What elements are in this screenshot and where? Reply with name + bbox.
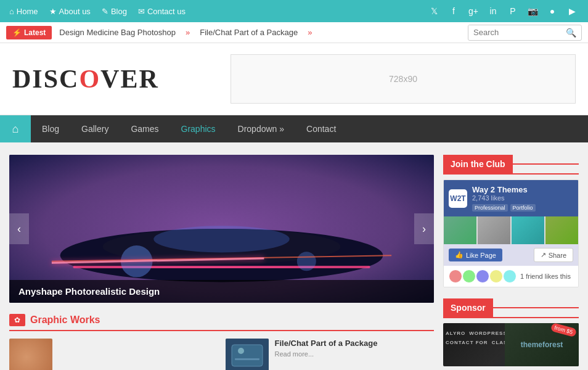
fb-logo: W2T bbox=[449, 189, 467, 208]
nav-contact[interactable]: Contact bbox=[295, 115, 347, 142]
fb-friends-text: 1 friend likes this bbox=[520, 273, 571, 280]
article-list: File/Chat Part of a Package Read more... bbox=[9, 339, 434, 370]
ticker-content: Design Medicine Bag Photoshop » File/Cha… bbox=[59, 28, 468, 37]
envelope-icon: ✉ bbox=[138, 7, 145, 16]
ticker-arrow-1: » bbox=[186, 28, 190, 37]
site-logo: DISCOVER bbox=[12, 64, 159, 94]
star-icon: ★ bbox=[49, 7, 57, 16]
svg-point-7 bbox=[297, 252, 316, 271]
sponsor-logo-1: ALYRO bbox=[446, 331, 465, 336]
linkedin-icon[interactable]: in bbox=[486, 4, 500, 18]
main-nav: ⌂ Blog Gallery Games Graphics Dropdown »… bbox=[0, 115, 588, 142]
top-bar: ⌂ Home ★ About us ✎ Blog ✉ Contact us 𝕏 … bbox=[0, 0, 588, 22]
friend-avatar-list bbox=[449, 269, 517, 283]
section-title-graphic-works: ✿ Graphic Works bbox=[9, 314, 434, 331]
search-button[interactable]: 🔍 bbox=[561, 25, 581, 40]
ad-banner: 728x90 bbox=[231, 54, 576, 104]
pencil-icon: ✎ bbox=[102, 7, 108, 16]
top-bar-nav: ⌂ Home ★ About us ✎ Blog ✉ Contact us bbox=[9, 7, 186, 16]
sidebar-join-title: Join the Club bbox=[443, 155, 513, 173]
slider-prev-button[interactable]: ‹ bbox=[9, 213, 29, 244]
nav-graphics[interactable]: Graphics bbox=[170, 115, 227, 142]
pinterest-icon[interactable]: P bbox=[506, 4, 520, 18]
friend-avatar-1 bbox=[449, 269, 462, 283]
fb-like-button[interactable]: 👍 Like Page bbox=[449, 249, 502, 261]
nav-blog[interactable]: Blog bbox=[31, 115, 70, 142]
article-thumb-chat: File/Chat Part of a Package Read more... bbox=[226, 339, 435, 370]
article-food-image bbox=[9, 339, 52, 370]
fb-grid-cell-1 bbox=[444, 216, 476, 244]
instagram-icon[interactable]: 📷 bbox=[526, 4, 539, 18]
fb-widget-box: W2T Way 2 Themes 2,743 likes Professiona… bbox=[443, 179, 579, 287]
nav-contact[interactable]: ✉ Contact us bbox=[138, 7, 186, 16]
sidebar-sponsor-title-wrap: Sponsor bbox=[443, 298, 579, 318]
ticker-label: ⚡ Latest bbox=[6, 26, 52, 39]
article-chat-content: File/Chat Part of a Package Read more... bbox=[275, 339, 378, 370]
nav-blog[interactable]: ✎ Blog bbox=[102, 7, 127, 16]
main-content: ‹ › Anyshape Photorealistic Design ✿ Gra… bbox=[0, 142, 588, 370]
friend-avatar-5 bbox=[503, 269, 517, 283]
dribbble-icon[interactable]: ● bbox=[545, 4, 559, 18]
fb-tag-portfolio: Portfolio bbox=[510, 204, 536, 212]
sponsor-logo-3: CONTACT FOR bbox=[446, 340, 488, 345]
fb-actions: 👍 Like Page ↗ Share bbox=[444, 244, 578, 266]
svg-rect-13 bbox=[235, 358, 259, 360]
social-icons: 𝕏 f g+ in P 📷 ● ▶ bbox=[427, 4, 579, 18]
ticker-item-1: Design Medicine Bag Photoshop bbox=[59, 28, 176, 37]
ticker-arrow-2: » bbox=[308, 28, 312, 37]
sidebar-join-club: Join the Club W2T Way 2 Themes 2,743 lik… bbox=[443, 155, 579, 287]
search-bar: 🔍 bbox=[468, 25, 582, 41]
fb-friends: 1 friend likes this bbox=[444, 266, 578, 287]
fb-like-icon: 👍 bbox=[455, 251, 463, 259]
fb-share-icon: ↗ bbox=[541, 251, 546, 259]
nav-home-button[interactable]: ⌂ bbox=[0, 115, 31, 142]
sidebar-join-title-wrap: Join the Club bbox=[443, 155, 579, 175]
facebook-widget: W2T Way 2 Themes 2,743 likes Professiona… bbox=[444, 180, 578, 287]
svg-point-12 bbox=[238, 348, 244, 354]
fb-page-name: Way 2 Themes bbox=[472, 185, 536, 194]
sponsor-brand-name: themeforest bbox=[521, 340, 563, 349]
slider-next-button[interactable]: › bbox=[414, 213, 434, 244]
article-title: File/Chat Part of a Package bbox=[275, 339, 378, 348]
youtube-icon[interactable]: ▶ bbox=[565, 4, 579, 18]
nav-gallery[interactable]: Gallery bbox=[70, 115, 120, 142]
ticker-bar: ⚡ Latest Design Medicine Bag Photoshop »… bbox=[0, 22, 588, 43]
fb-image-grid bbox=[444, 216, 578, 244]
content-left: ‹ › Anyshape Photorealistic Design ✿ Gra… bbox=[9, 155, 434, 370]
svg-rect-11 bbox=[232, 345, 263, 366]
googleplus-icon[interactable]: g+ bbox=[467, 4, 480, 18]
facebook-icon[interactable]: f bbox=[447, 4, 460, 18]
sidebar-sponsor: Sponsor ALYRO WORDPRESS CONTACT FOR CLAS… bbox=[443, 298, 579, 366]
article-excerpt: Read more... bbox=[275, 350, 378, 358]
friend-avatar-3 bbox=[476, 269, 489, 283]
search-input[interactable] bbox=[468, 25, 561, 39]
svg-rect-5 bbox=[73, 266, 370, 268]
sponsor-banner[interactable]: ALYRO WORDPRESS CONTACT FOR CLASS themef… bbox=[443, 323, 579, 366]
fb-share-button[interactable]: ↗ Share bbox=[534, 248, 573, 262]
hero-slider: ‹ › Anyshape Photorealistic Design bbox=[9, 155, 434, 303]
nav-dropdown[interactable]: Dropdown » bbox=[227, 115, 296, 142]
fb-grid-cell-3 bbox=[512, 216, 544, 244]
fb-tags: Professional Portfolio bbox=[472, 204, 536, 212]
home-icon: ⌂ bbox=[9, 7, 14, 16]
friend-avatar-4 bbox=[489, 269, 503, 283]
fb-tag-professional: Professional bbox=[472, 204, 508, 212]
fb-grid-cell-4 bbox=[545, 216, 578, 244]
fb-grid-cell-2 bbox=[478, 216, 510, 244]
ticker-item-2: File/Chat Part of a Package bbox=[200, 28, 298, 37]
friend-avatar-2 bbox=[462, 269, 476, 283]
hero-caption: Anyshape Photorealistic Design bbox=[9, 280, 434, 303]
site-header: DISCOVER 728x90 bbox=[0, 43, 588, 115]
section-heading: Graphic Works bbox=[30, 314, 100, 326]
article-chat-image bbox=[226, 339, 269, 370]
nav-home[interactable]: ⌂ Home bbox=[9, 7, 38, 16]
sidebar: Join the Club W2T Way 2 Themes 2,743 lik… bbox=[443, 155, 579, 370]
nav-about[interactable]: ★ About us bbox=[49, 7, 91, 16]
article-thumb-food bbox=[9, 339, 218, 370]
sponsor-logo-2: WORDPRESS bbox=[469, 331, 507, 336]
home-nav-icon: ⌂ bbox=[12, 123, 19, 136]
nav-items: Blog Gallery Games Graphics Dropdown » C… bbox=[31, 115, 347, 142]
nav-games[interactable]: Games bbox=[120, 115, 169, 142]
fb-page-likes: 2,743 likes bbox=[472, 194, 536, 202]
twitter-icon[interactable]: 𝕏 bbox=[427, 4, 441, 18]
